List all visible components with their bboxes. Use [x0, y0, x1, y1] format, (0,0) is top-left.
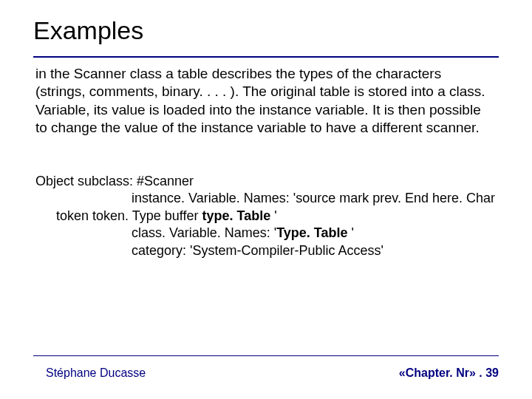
code-line-3: token token. Type buffer type. Table ' — [35, 208, 501, 225]
title-underline — [33, 56, 499, 58]
code-block: Object subclass: #Scanner instance. Vari… — [35, 173, 501, 259]
footer-rule — [33, 355, 499, 356]
code-line-4b: Type. Table — [276, 225, 351, 240]
body-paragraph: in the Scanner class a table describes t… — [35, 65, 494, 137]
footer-page: «Chapter. Nr» . 39 — [399, 366, 499, 380]
slide: Examples in the Scanner class a table de… — [0, 0, 532, 399]
code-line-3b: type. Table — [202, 208, 274, 223]
code-line-3c: ' — [274, 208, 276, 223]
slide-title: Examples — [33, 16, 143, 45]
footer-author: Stéphane Ducasse — [46, 366, 146, 380]
code-line-4c: ' — [352, 225, 354, 240]
code-line-1: Object subclass: #Scanner — [35, 173, 501, 190]
code-line-2: instance. Variable. Names: 'source mark … — [35, 190, 501, 207]
code-line-5: category: 'System-Compiler-Public Access… — [35, 242, 501, 259]
code-line-4a: class. Variable. Names: ' — [132, 225, 276, 240]
code-line-3a: token token. Type buffer — [56, 208, 202, 223]
code-line-4: class. Variable. Names: 'Type. Table ' — [35, 225, 501, 242]
